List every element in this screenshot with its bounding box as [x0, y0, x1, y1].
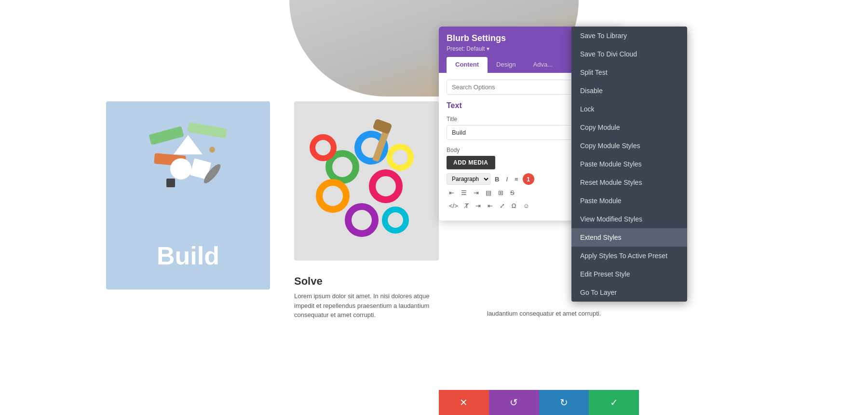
lorem-right-text: laudantium consequatur et amet corrupti. [487, 309, 632, 318]
svg-point-14 [390, 147, 411, 168]
paragraph-select[interactable]: Paragraph [447, 173, 490, 185]
code-button[interactable]: </> [447, 201, 461, 211]
save-button[interactable]: ✓ [589, 390, 639, 415]
svg-point-11 [319, 182, 346, 209]
bold-button[interactable]: B [492, 174, 502, 184]
action-bar: ✕ ↺ ↻ ✓ [439, 390, 639, 415]
blurb-module-right[interactable] [294, 101, 439, 261]
tab-content[interactable]: Content [447, 57, 488, 73]
svg-marker-3 [174, 135, 203, 154]
blurb-shapes-svg [140, 116, 236, 203]
align-center-button[interactable]: ☰ [459, 188, 469, 198]
menu-item-split-test[interactable]: Split Test [571, 63, 687, 82]
menu-item-copy-module[interactable]: Copy Module [571, 118, 687, 137]
menu-item-paste-module[interactable]: Paste Module [571, 192, 687, 210]
special-char-button[interactable]: Ω [509, 201, 519, 211]
context-menu: Save To Library Save To Divi Cloud Split… [571, 27, 687, 302]
list-button[interactable]: ≡ [512, 174, 521, 184]
menu-item-save-to-library[interactable]: Save To Library [571, 27, 687, 45]
badge-1: 1 [523, 173, 534, 185]
svg-rect-7 [166, 179, 175, 187]
svg-point-13 [348, 207, 375, 234]
page-background: Build Solve Lorem ipsum dolor sit a [0, 0, 868, 415]
tab-design[interactable]: Design [488, 57, 524, 73]
tab-advanced[interactable]: Adva... [525, 57, 561, 73]
indent-button[interactable]: ⇥ [473, 201, 483, 211]
menu-item-save-to-divi-cloud[interactable]: Save To Divi Cloud [571, 45, 687, 63]
clear-button[interactable]: T̸ [462, 201, 471, 211]
rings-image [304, 109, 429, 254]
menu-item-copy-module-styles[interactable]: Copy Module Styles [571, 137, 687, 155]
menu-item-extend-styles[interactable]: Extend Styles [571, 228, 687, 247]
menu-item-disable[interactable]: Disable [571, 82, 687, 100]
svg-point-9 [329, 153, 356, 180]
solve-section: Solve Lorem ipsum dolor sit amet. In nis… [294, 275, 448, 320]
menu-item-apply-styles-to-active-preset[interactable]: Apply Styles To Active Preset [571, 247, 687, 265]
svg-point-15 [312, 137, 334, 158]
fullscreen-button[interactable]: ⤢ [497, 201, 507, 211]
align-right-button[interactable]: ⇥ [471, 188, 481, 198]
undo-button[interactable]: ↺ [489, 390, 539, 415]
menu-item-paste-module-styles[interactable]: Paste Module Styles [571, 155, 687, 173]
redo-button[interactable]: ↻ [539, 390, 589, 415]
solve-title: Solve [294, 275, 448, 288]
add-media-button[interactable]: ADD MEDIA [447, 156, 495, 169]
svg-point-8 [209, 147, 215, 152]
cancel-button[interactable]: ✕ [439, 390, 489, 415]
emoji-button[interactable]: ☺ [521, 201, 532, 211]
svg-rect-0 [149, 126, 184, 145]
svg-point-16 [385, 209, 406, 231]
svg-point-12 [372, 173, 399, 200]
svg-point-4 [170, 158, 191, 180]
menu-item-lock[interactable]: Lock [571, 100, 687, 118]
table-button[interactable]: ⊞ [496, 188, 506, 198]
menu-item-go-to-layer[interactable]: Go To Layer [571, 283, 687, 302]
strikethrough-button[interactable]: S [508, 188, 517, 198]
align-left-button[interactable]: ⇤ [447, 188, 457, 198]
menu-item-view-modified-styles[interactable]: View Modified Styles [571, 210, 687, 228]
outdent-button[interactable]: ⇤ [485, 201, 495, 211]
align-justify-button[interactable]: ▤ [483, 188, 494, 198]
svg-rect-2 [188, 122, 227, 138]
menu-item-edit-preset-style[interactable]: Edit Preset Style [571, 265, 687, 283]
menu-item-reset-module-styles[interactable]: Reset Module Styles [571, 173, 687, 192]
blurb-build-title: Build [157, 241, 219, 270]
blurb-module-left[interactable]: Build [106, 101, 270, 290]
solve-body: Lorem ipsum dolor sit amet. In nisi dolo… [294, 291, 448, 320]
italic-button[interactable]: I [503, 174, 510, 184]
